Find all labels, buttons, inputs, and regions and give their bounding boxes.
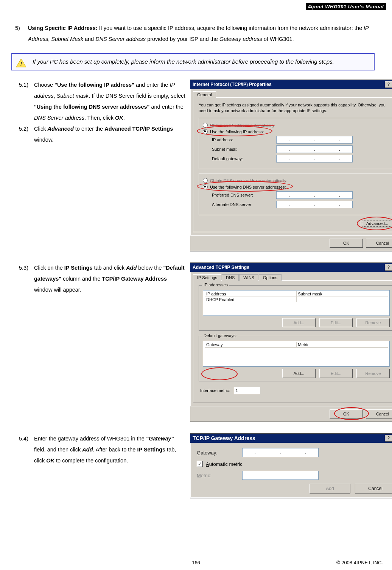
label-default-gateway: Default gateway:: [212, 156, 276, 161]
help-icon[interactable]: ?: [385, 264, 392, 271]
remove-button[interactable]: Remove: [356, 318, 390, 327]
label-gateway: Gateway:: [197, 450, 242, 456]
step-5-text: Using Specific IP Address: If you want t…: [28, 23, 381, 45]
ok-button[interactable]: OK: [330, 409, 363, 419]
interface-metric-field[interactable]: 1: [234, 387, 260, 394]
radio-use-following-ip[interactable]: Use the following IP address:: [203, 129, 390, 134]
label-interface-metric: Interface metric:: [200, 388, 230, 393]
step-5-2: 5.2) Click Advanced to enter the Advance…: [19, 123, 185, 145]
edit-button[interactable]: Edit...: [319, 369, 353, 378]
warning-icon: !: [16, 58, 26, 67]
tcpip-gateway-address-dialog: TCP/IP Gateway Address ? × Gateway: ... …: [190, 433, 392, 498]
default-gateway-field[interactable]: ...: [276, 155, 353, 162]
metric-field[interactable]: [242, 471, 319, 480]
advanced-button[interactable]: Advanced...: [361, 219, 392, 228]
fieldset-ip-addresses: IP addresses: [202, 283, 229, 287]
dialog-title: Advanced TCP/IP Settings: [193, 265, 249, 270]
step-5: 5) Using Specific IP Address: If you wan…: [15, 23, 381, 45]
fieldset-default-gateways: Default gateways:: [202, 333, 238, 338]
cell-dhcp-enabled: DHCP Enabled: [205, 297, 296, 302]
preferred-dns-field[interactable]: ...: [276, 191, 353, 199]
cancel-button[interactable]: Cancel: [366, 409, 392, 419]
advanced-tcpip-settings-dialog: Advanced TCP/IP Settings ? × IP Settings…: [190, 262, 392, 422]
help-icon[interactable]: ?: [385, 81, 392, 88]
alternate-dns-field[interactable]: ...: [276, 201, 353, 208]
radio-obtain-ip-auto[interactable]: Obtain an IP address automatically: [203, 123, 390, 128]
dialog-title: Internet Protocol (TCP/IP) Properties: [193, 82, 272, 87]
tab-ip-settings[interactable]: IP Settings: [193, 274, 221, 281]
label-automatic-metric: Automatic metric: [206, 461, 243, 467]
tab-options[interactable]: Options: [259, 274, 282, 281]
label-subnet-mask: Subnet mask:: [212, 147, 276, 151]
cancel-button[interactable]: Cancel: [366, 239, 392, 248]
step-5-number: 5): [15, 23, 28, 45]
page-number: 166: [192, 560, 200, 565]
automatic-metric-checkbox[interactable]: ✓: [197, 461, 203, 467]
label-alternate-dns: Alternate DNS server:: [212, 202, 276, 207]
dialog-title: TCP/IP Gateway Address: [193, 435, 255, 441]
column-subnet-mask: Subnet mask: [297, 291, 388, 297]
gateway-field[interactable]: ...: [242, 448, 319, 457]
step-5-1: 5.1) Choose "Use the following IP addres…: [19, 80, 185, 123]
default-gateways-list[interactable]: Gateway Metric: [203, 341, 390, 367]
ip-addresses-list[interactable]: IP address DHCP Enabled Subnet mask: [203, 290, 390, 316]
manual-header-band: 4ipnet WHG301 User's Manual: [306, 3, 386, 10]
step-5-3: 5.3) Click on the IP Settings tab and cl…: [19, 262, 185, 295]
tcpip-properties-dialog: Internet Protocol (TCP/IP) Properties ? …: [190, 80, 392, 251]
add-button[interactable]: Add: [310, 484, 350, 493]
note-text: If your PC has been set up completely, p…: [33, 58, 334, 65]
radio-icon: [203, 123, 208, 128]
add-gateway-button[interactable]: Add...: [282, 369, 316, 378]
column-metric: Metric: [297, 342, 388, 348]
edit-button[interactable]: Edit...: [319, 318, 353, 327]
ip-address-field[interactable]: ...: [276, 136, 353, 144]
note-box: ! If your PC has been set up completely,…: [11, 53, 375, 70]
dialog-title-bar[interactable]: Advanced TCP/IP Settings ? ×: [190, 263, 392, 272]
remove-button[interactable]: Remove: [356, 369, 390, 378]
radio-use-following-dns[interactable]: Use the following DNS server addresses:: [203, 184, 390, 189]
radio-icon: [203, 178, 208, 183]
label-ip-address: IP address:: [212, 137, 276, 142]
dialog-title-bar[interactable]: TCP/IP Gateway Address ? ×: [190, 434, 392, 443]
column-ip-address: IP address: [205, 291, 296, 297]
help-icon[interactable]: ?: [385, 435, 392, 442]
step-5-4: 5.4) Enter the gateway address of WHG301…: [19, 433, 185, 466]
tab-dns[interactable]: DNS: [222, 274, 239, 281]
svg-text:!: !: [20, 60, 22, 67]
highlight-ring-icon: [201, 367, 238, 380]
radio-icon: [203, 184, 208, 189]
column-gateway: Gateway: [205, 342, 296, 348]
radio-obtain-dns-auto[interactable]: Obtain DNS server address automatically: [203, 178, 390, 183]
tab-wins[interactable]: WINS: [239, 274, 258, 281]
dialog-description: You can get IP settings assigned automat…: [199, 102, 392, 114]
tab-general[interactable]: General: [193, 91, 216, 98]
copyright: © 2008 4IPNET, INC.: [336, 560, 383, 565]
add-button[interactable]: Add...: [282, 318, 316, 327]
cancel-button[interactable]: Cancel: [355, 484, 392, 493]
radio-icon: [203, 129, 208, 134]
dialog-title-bar[interactable]: Internet Protocol (TCP/IP) Properties ? …: [190, 80, 392, 89]
label-metric: Metric:: [197, 473, 242, 478]
subnet-mask-field[interactable]: ...: [276, 145, 353, 153]
ok-button[interactable]: OK: [330, 239, 363, 248]
label-preferred-dns: Preferred DNS server:: [212, 193, 276, 197]
